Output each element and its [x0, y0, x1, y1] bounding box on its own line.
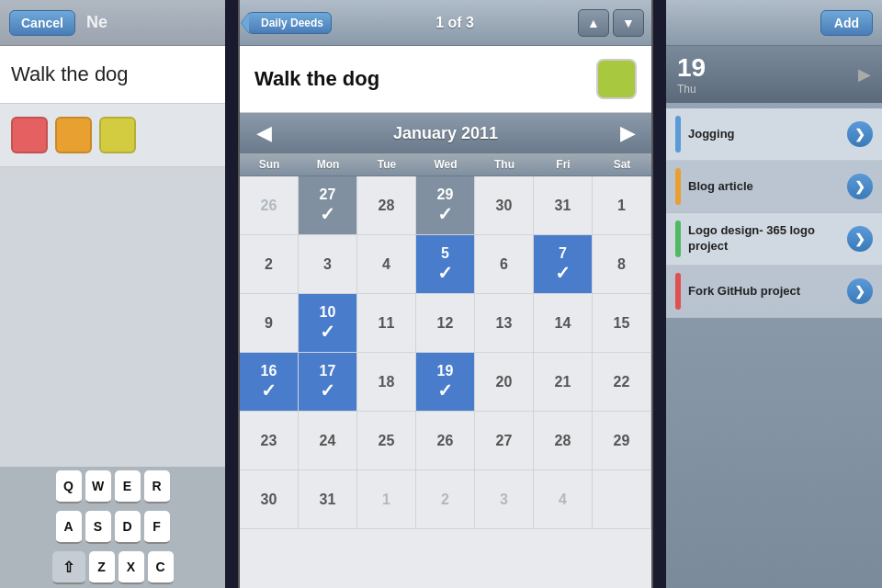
- cal-cell[interactable]: [593, 470, 651, 529]
- cal-cell[interactable]: 3: [475, 470, 534, 529]
- swatch-red[interactable]: [11, 117, 48, 153]
- cal-cell[interactable]: 18: [357, 353, 416, 412]
- cal-cell[interactable]: 30: [475, 176, 534, 235]
- key-d[interactable]: D: [115, 511, 141, 544]
- right-panel: Add 19 Thu ▶ Jogging❯Blog article❯Logo d…: [666, 0, 882, 588]
- left-top-bar: Cancel Ne: [0, 0, 225, 46]
- task-color-bar: [675, 273, 681, 310]
- task-color-bar: [675, 116, 681, 153]
- swatch-orange[interactable]: [55, 117, 92, 153]
- add-button[interactable]: Add: [820, 10, 873, 36]
- cal-cell[interactable]: 28: [357, 176, 416, 235]
- task-detail-arrow[interactable]: ❯: [847, 174, 873, 199]
- cal-cell[interactable]: 14: [534, 294, 593, 353]
- task-header: Walk the dog: [240, 46, 651, 113]
- cal-cell[interactable]: 10✓: [299, 294, 357, 353]
- task-detail-arrow[interactable]: ❯: [847, 121, 873, 147]
- day-header-mon: Mon: [299, 153, 357, 175]
- cal-cell[interactable]: 24: [299, 412, 357, 470]
- cal-cell[interactable]: 5✓: [416, 235, 475, 294]
- cal-cell[interactable]: 27✓: [299, 176, 357, 235]
- nav-down-button[interactable]: ▼: [613, 9, 644, 37]
- cal-cell[interactable]: 17✓: [299, 353, 357, 412]
- cal-cell[interactable]: 28: [534, 412, 593, 470]
- cancel-button[interactable]: Cancel: [9, 10, 75, 36]
- key-w[interactable]: W: [85, 470, 111, 503]
- key-e[interactable]: E: [115, 470, 141, 503]
- cal-cell[interactable]: 2: [240, 235, 299, 294]
- cal-cell[interactable]: 29✓: [416, 176, 475, 235]
- cal-next-button[interactable]: ▶: [615, 120, 640, 146]
- cal-cell[interactable]: 4: [534, 470, 593, 529]
- swatch-yellow[interactable]: [99, 117, 136, 153]
- cal-cell[interactable]: 1: [357, 470, 416, 529]
- right-task-item: Jogging❯: [666, 108, 882, 161]
- cal-cell[interactable]: 6: [475, 235, 534, 294]
- key-x[interactable]: X: [119, 551, 144, 584]
- nav-bar: Daily Deeds 1 of 3 ▲ ▼: [240, 0, 651, 46]
- cal-cell[interactable]: 23: [240, 412, 299, 470]
- left-title-partial: Ne: [86, 13, 107, 32]
- nav-arrows: ▲ ▼: [578, 9, 644, 37]
- cal-cell[interactable]: 2: [416, 470, 475, 529]
- kb-row-3: ⇧ Z X C: [0, 548, 225, 588]
- cal-cell[interactable]: 27: [475, 412, 534, 470]
- key-q[interactable]: Q: [56, 470, 82, 503]
- cal-header: ◀ January 2011 ▶: [240, 113, 651, 153]
- cal-cell[interactable]: 31: [299, 470, 357, 529]
- cal-cell[interactable]: 26: [416, 412, 475, 470]
- cal-cell[interactable]: 21: [534, 353, 593, 412]
- task-detail-arrow[interactable]: ❯: [847, 226, 873, 252]
- cal-cell[interactable]: 8: [593, 235, 651, 294]
- cal-cell[interactable]: 9: [240, 294, 299, 353]
- key-f[interactable]: F: [144, 511, 170, 544]
- cal-cell[interactable]: 11: [357, 294, 416, 353]
- task-name-label: Blog article: [688, 179, 847, 195]
- nav-back-button[interactable]: Daily Deeds: [247, 12, 332, 34]
- key-z[interactable]: Z: [89, 551, 115, 584]
- left-task-title-display: Walk the dog: [0, 46, 225, 103]
- cal-cell[interactable]: 31: [534, 176, 593, 235]
- cal-cell[interactable]: 22: [593, 353, 651, 412]
- right-date-header: 19 Thu ▶: [666, 46, 882, 103]
- right-date-arrow[interactable]: ▶: [858, 64, 871, 85]
- day-header-wed: Wed: [416, 153, 475, 175]
- key-s[interactable]: S: [85, 511, 111, 544]
- cal-day-headers: Sun Mon Tue Wed Thu Fri Sat: [240, 153, 651, 176]
- key-shift[interactable]: ⇧: [52, 551, 85, 584]
- cal-cell[interactable]: 13: [475, 294, 534, 353]
- phone-inner: Daily Deeds 1 of 3 ▲ ▼ Walk the dog ◀ Ja…: [238, 0, 653, 588]
- cal-cell[interactable]: 26: [240, 176, 299, 235]
- cal-cell[interactable]: 20: [475, 353, 534, 412]
- key-a[interactable]: A: [56, 511, 82, 544]
- key-c[interactable]: C: [148, 551, 174, 584]
- keyboard: Q W E R A S D F ⇧ Z X C: [0, 467, 225, 588]
- cal-cell[interactable]: 25: [357, 412, 416, 470]
- right-task-item: Blog article❯: [666, 161, 882, 213]
- day-header-sun: Sun: [240, 153, 299, 175]
- cal-cell[interactable]: 29: [593, 412, 651, 470]
- cal-cell[interactable]: 12: [416, 294, 475, 353]
- cal-cell[interactable]: 30: [240, 470, 299, 529]
- cal-prev-button[interactable]: ◀: [251, 120, 277, 146]
- task-name-label: Jogging: [688, 127, 847, 142]
- calendar: ◀ January 2011 ▶ Sun Mon Tue Wed Thu Fri…: [240, 113, 651, 588]
- right-task-list: Jogging❯Blog article❯Logo design- 365 lo…: [666, 103, 882, 323]
- task-detail-arrow[interactable]: ❯: [847, 278, 873, 304]
- cal-cell[interactable]: 3: [299, 235, 357, 294]
- right-task-item: Logo design- 365 logo project❯: [666, 213, 882, 266]
- cal-cell[interactable]: 7✓: [534, 235, 593, 294]
- cal-cell[interactable]: 4: [357, 235, 416, 294]
- task-color-swatch[interactable]: [596, 59, 637, 99]
- cal-cell[interactable]: 19✓: [416, 353, 475, 412]
- key-r[interactable]: R: [144, 470, 170, 503]
- task-color-bar: [675, 220, 681, 257]
- right-task-item: Fork GitHub project❯: [666, 266, 882, 318]
- task-name: Walk the dog: [254, 67, 379, 91]
- cal-cell[interactable]: 16✓: [240, 353, 299, 412]
- cal-cell[interactable]: 15: [593, 294, 651, 353]
- color-swatches: [0, 103, 225, 167]
- nav-up-button[interactable]: ▲: [578, 9, 609, 37]
- cal-cell[interactable]: 1: [593, 176, 651, 235]
- right-date-info: 19 Thu: [677, 53, 706, 96]
